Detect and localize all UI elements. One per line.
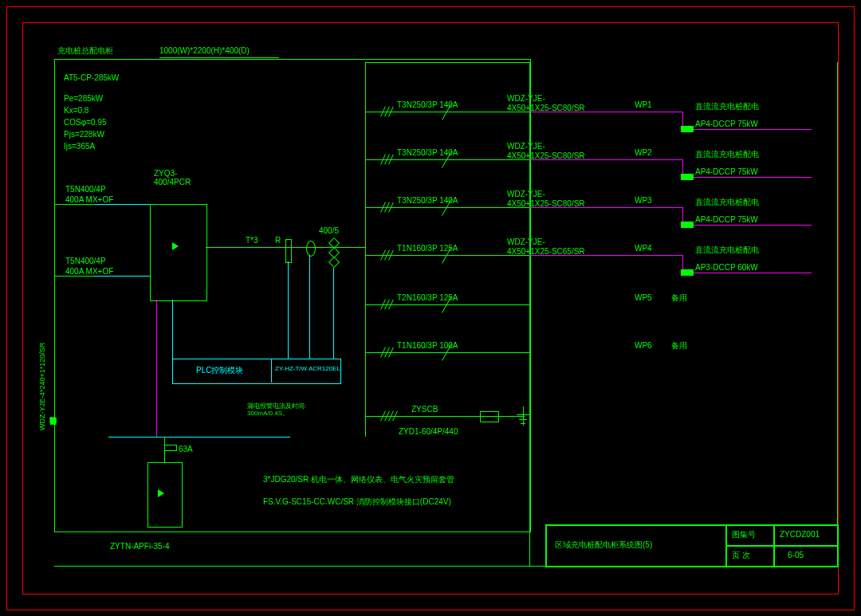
plc-note: 漏电报警电流及时间: 300mA/0.4S。: [247, 403, 306, 418]
no: ZYCDZ001: [780, 530, 820, 539]
ats-triangle-icon: [172, 242, 179, 250]
incomer-bot2: 400A MX+OF: [65, 267, 113, 276]
feeder-1-dest1: 直流流充电桩配电: [695, 102, 759, 111]
cabinet-dims: 1000(W)*2200(H)*400(D): [159, 46, 250, 55]
incomer-top: T5N400/4P: [65, 185, 106, 194]
cabinet-title: 充电桩总配电柜: [57, 46, 113, 55]
param-cosphi: COSφ=0.95: [64, 118, 106, 127]
feeder-4-wp: WP4: [635, 244, 652, 253]
left-source-label: 由变电所不同母线段引来: [48, 303, 58, 430]
diagram-canvas: 充电桩总配电柜 1000(W)*2200(H)*400(D) AT5-CP-28…: [0, 0, 861, 616]
param-pjs: Pjs=228kW: [64, 130, 104, 139]
feeder-3-cable2: 4X50+1X25-SC80/SR: [507, 199, 585, 208]
cabinet-outline: [54, 59, 531, 532]
feeder-3-dest1: 直流流充电桩配电: [695, 198, 759, 206]
lbl-no: 图集号: [732, 530, 756, 539]
apf-model: ZYTN-APFi-35-4: [110, 542, 169, 551]
left-cable-label: WDZ-YJE-4*240+1*120/SR: [38, 287, 46, 430]
param-pe: Pe=285kW: [64, 94, 103, 103]
feeder-2-wp: WP2: [635, 148, 652, 157]
feeder-2-indicator: [681, 174, 694, 180]
drawing-title: 区域充电桩配电柜系统图(5): [555, 540, 652, 549]
spd-top: ZYSCB: [411, 405, 438, 414]
feeder-3-indicator: [681, 222, 694, 228]
t3-label: T*3: [246, 236, 258, 245]
feeder-1-cable2: 4X50+1X25-SC80/SR: [507, 104, 585, 112]
feeder-1-cable1: WDZ-YJE-: [507, 94, 545, 103]
feeder-3-dest2: AP4-DCCP 75kW: [695, 215, 758, 224]
plc-model: ZY-HZ-T/W ACR120EL: [275, 366, 340, 373]
fuse-symbol: [285, 239, 292, 263]
lbl-page: 页 次: [732, 551, 750, 559]
feeder-4-cable1: WDZ-YJE-: [507, 237, 545, 246]
apf-box: [147, 462, 183, 528]
feeder-2-cable1: WDZ-YJE-: [507, 142, 545, 151]
spd-bot: ZYD1-60/4P/440: [399, 427, 458, 436]
param-kx: Kx=0.8: [64, 106, 88, 115]
feeder-4-cable2: 4X50+1X25-SC65/SR: [507, 247, 585, 256]
apf-fuse: 63A: [179, 445, 193, 453]
feeder-3-cable1: WDZ-YJE-: [507, 190, 545, 198]
page: 6-05: [788, 551, 804, 559]
feeder-4-dest1: 直流流充电桩配电: [695, 245, 759, 254]
feeder-3-wp: WP3: [635, 196, 652, 205]
ats-box: [150, 204, 207, 301]
r-label: R: [275, 236, 281, 245]
incomer-top2: 400A MX+OF: [65, 195, 113, 204]
feeder-2-dest2: AP4-DCCP 75kW: [695, 167, 758, 176]
incomer-bot: T5N400/4P: [65, 257, 106, 265]
note-1: 3*JDG20/SR 机电一体、网络仪表、电气火灾预留套管: [263, 475, 454, 484]
param-ijs: Ijs=365A: [64, 142, 95, 151]
note-2: FS.V.G-SC15-CC.WC/SR 消防控制模块接口(DC24V): [263, 497, 451, 506]
feeder-5-dest1: 备用: [671, 293, 687, 302]
feeder-2-cable2: 4X50+1X25-SC80/SR: [507, 151, 585, 160]
feeder-1-wp: WP1: [635, 100, 652, 109]
feeder-1-dest2: AP4-DCCP 75kW: [695, 120, 758, 128]
ct-label: 400/5: [319, 226, 339, 235]
feeder-4-dest2: AP3-DCCP 60kW: [695, 263, 758, 272]
rating: AT5-CP-285kW: [64, 73, 119, 82]
ats-label: ZYQ3- 400/4PCR: [154, 169, 191, 186]
plc-label: PLC控制模块: [196, 366, 243, 375]
ct-symbol-1: [306, 241, 316, 257]
feeder-1-indicator: [681, 126, 694, 132]
feeder-2-dest1: 直流流充电桩配电: [695, 150, 759, 159]
apf-tri-icon: [158, 489, 164, 497]
feeder-4-indicator: [681, 269, 694, 276]
spd-box: [480, 411, 499, 422]
feeder-6-wp: WP6: [635, 341, 652, 350]
apf-fuse-symbol: [164, 445, 177, 451]
feeder-6-dest1: 备用: [671, 341, 687, 350]
feeder-5-wp: WP5: [635, 293, 652, 302]
